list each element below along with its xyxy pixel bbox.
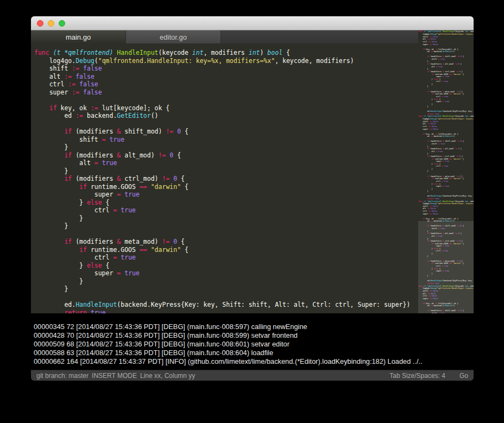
code-line: if runtime.GOOS == "darwin" {: [34, 183, 418, 191]
code-line: if (modifiers & meta_mod) != 0 {: [34, 238, 418, 246]
log-line: 00000588 63 [2014/08/27 15:43:36 PDT] [D…: [34, 349, 474, 357]
code-line: if (modifiers & ctrl_mod) != 0 {: [34, 175, 418, 183]
minimap[interactable]: func (t *qmlfrontend) HandleInput(keycod…: [418, 30, 474, 313]
code-line: }: [34, 143, 418, 151]
log-line: 00000345 72 [2014/08/27 15:43:36 PDT] [D…: [34, 323, 474, 331]
code-line: ctrl = true: [34, 254, 418, 262]
code-line: } else {: [34, 199, 418, 207]
code-line: }: [34, 222, 418, 230]
traffic-lights: [37, 20, 65, 27]
code-line: }: [34, 167, 418, 175]
code-line: } else {: [34, 262, 418, 270]
zoom-window-button[interactable]: [59, 20, 65, 27]
editor-main-row: main.goeditor.go func (t *qmlfrontend) H…: [31, 30, 474, 313]
code-line: shift := false: [34, 65, 418, 73]
code-line: super := false: [34, 89, 418, 97]
input-mode-status: INSERT MODE: [92, 372, 137, 380]
code-line: alt := false: [34, 73, 418, 81]
tab-editor.go[interactable]: editor.go: [126, 30, 221, 43]
code-line: }: [34, 214, 418, 223]
console-output[interactable]: 00000345 72 [2014/08/27 15:43:36 PDT] [D…: [31, 313, 474, 370]
code-line: if key, ok := lut[keycode]; ok {: [34, 104, 418, 112]
code-line: log4go.Debug("qmlfrontend.HandleInput: k…: [34, 57, 418, 65]
code-line: [34, 96, 418, 104]
code-line: [34, 293, 418, 301]
minimap-viewport[interactable]: [418, 221, 474, 313]
minimize-window-button[interactable]: [48, 20, 54, 27]
code-line: alt = true: [34, 159, 418, 167]
cursor-position-status: Line xx, Column yy: [140, 372, 195, 380]
tab-bar-empty-area: [221, 30, 418, 43]
tab-bar: main.goeditor.go: [31, 30, 418, 43]
code-line: ed := backend.GetEditor(): [34, 112, 418, 120]
log-line: 00000509 68 [2014/08/27 15:43:36 PDT] [D…: [34, 340, 474, 349]
code-line: ctrl := false: [34, 80, 418, 89]
status-left: git branch: master INSERT MODE Line xx, …: [36, 372, 195, 380]
code-editor[interactable]: func (t *qmlfrontend) HandleInput(keycod…: [31, 43, 418, 313]
git-branch-status: git branch: master: [36, 372, 89, 380]
editor-column: main.goeditor.go func (t *qmlfrontend) H…: [31, 30, 418, 313]
code-line: if (modifiers & shift_mod) != 0 {: [34, 128, 418, 136]
code-line: if runtime.GOOS == "darwin" {: [34, 246, 418, 254]
code-line: if (modifiers & alt_mod) != 0 {: [34, 151, 418, 160]
close-window-button[interactable]: [37, 20, 43, 27]
code-line: ctrl = true: [34, 206, 418, 214]
title-bar[interactable]: [31, 16, 474, 30]
tab-size-status[interactable]: Tab Size/Spaces: 4: [389, 372, 445, 380]
code-line: [34, 230, 418, 238]
log-line: 00000428 70 [2014/08/27 15:43:36 PDT] [D…: [34, 331, 474, 340]
editor-window: main.goeditor.go func (t *qmlfrontend) H…: [31, 16, 474, 381]
code-line: [34, 120, 418, 128]
code-line: return true: [34, 309, 418, 314]
code-line: }: [34, 285, 418, 293]
status-bar: git branch: master INSERT MODE Line xx, …: [31, 370, 474, 381]
syntax-status[interactable]: Go: [459, 372, 468, 380]
code-line: super = true: [34, 191, 418, 199]
tab-main.go[interactable]: main.go: [31, 30, 126, 43]
code-line: super = true: [34, 269, 418, 277]
code-line: ed.HandleInput(backend.KeyPress{Key: key…: [34, 301, 418, 309]
code-line: shift = true: [34, 136, 418, 144]
log-line: 00000662 164 [2014/08/27 15:43:37 PDT] […: [34, 357, 474, 366]
status-right: Tab Size/Spaces: 4 Go: [389, 372, 468, 380]
code-line: func (t *qmlfrontend) HandleInput(keycod…: [34, 49, 418, 57]
code-line: }: [34, 277, 418, 286]
